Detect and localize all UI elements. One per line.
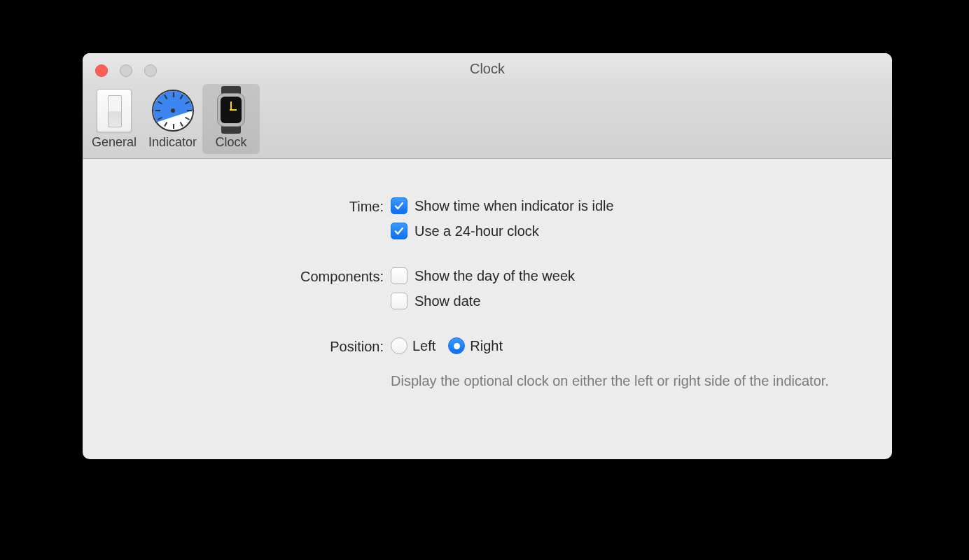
gauge-icon (152, 90, 194, 132)
titlebar: Clock General (83, 53, 892, 159)
checkbox-date[interactable]: Show date (391, 293, 864, 309)
row-time: Time: Show time when indicator is idle U… (111, 197, 864, 239)
checkbox-date-box[interactable] (391, 293, 407, 309)
checkbox-show-time[interactable]: Show time when indicator is idle (391, 197, 864, 214)
checkmark-icon (393, 225, 405, 237)
content-pane: Time: Show time when indicator is idle U… (83, 159, 892, 426)
tab-clock[interactable]: Clock (202, 84, 260, 154)
radio-right-button[interactable] (448, 337, 465, 354)
switch-icon (97, 89, 132, 132)
tab-label: Clock (216, 135, 247, 150)
checkbox-show-time-box[interactable] (391, 197, 407, 214)
toolbar: General (85, 84, 260, 154)
checkbox-show-time-label: Show time when indicator is idle (414, 198, 614, 214)
radio-right-label: Right (470, 338, 503, 354)
label-position: Position: (111, 337, 391, 355)
row-components: Components: Show the day of the week Sho… (111, 267, 864, 309)
checkbox-24h[interactable]: Use a 24-hour clock (391, 223, 864, 239)
label-components: Components: (111, 267, 391, 285)
row-position: Position: Left Right Display the optiona… (111, 337, 864, 391)
window-title: Clock (83, 61, 892, 77)
checkbox-24h-label: Use a 24-hour clock (414, 223, 539, 239)
radio-left[interactable]: Left (391, 337, 435, 354)
tab-label: General (92, 135, 137, 150)
checkbox-24h-box[interactable] (391, 223, 407, 239)
checkmark-icon (393, 200, 405, 211)
checkbox-day[interactable]: Show the day of the week (391, 267, 864, 284)
checkbox-day-label: Show the day of the week (414, 268, 575, 284)
radio-left-label: Left (412, 338, 435, 354)
watch-icon (216, 86, 246, 134)
radio-right[interactable]: Right (448, 337, 503, 354)
checkbox-date-label: Show date (414, 293, 481, 309)
checkbox-day-box[interactable] (391, 267, 407, 284)
tab-label: Indicator (148, 135, 197, 150)
tab-indicator[interactable]: Indicator (143, 84, 202, 154)
tab-general[interactable]: General (85, 84, 143, 154)
label-time: Time: (111, 197, 391, 215)
preferences-window: Clock General (83, 53, 892, 459)
position-help-text: Display the optional clock on either the… (391, 371, 853, 391)
radio-left-button[interactable] (391, 337, 407, 354)
